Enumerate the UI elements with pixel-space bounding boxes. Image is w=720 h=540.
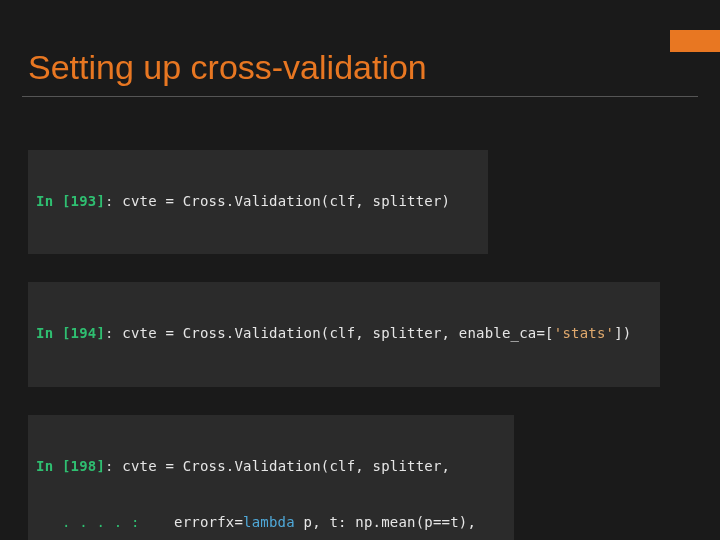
code-eq: = xyxy=(157,325,183,341)
code-block-3: In [198]: cvte = Cross.Validation(clf, s… xyxy=(28,415,514,540)
title-underline xyxy=(22,96,698,97)
code-expr: p, t: np.mean(p==t), xyxy=(295,514,476,530)
code-var: cvte xyxy=(122,193,157,209)
code-string: 'stats' xyxy=(554,325,614,341)
code-block-2: In [194]: cvte = Cross.Validation(clf, s… xyxy=(28,282,660,386)
prompt-colon: : xyxy=(105,325,122,341)
code-line: . . . . : errorfx=lambda p, t: np.mean(p… xyxy=(36,513,506,532)
accent-decor xyxy=(670,30,720,52)
code-line1-tail: Cross.Validation(clf, splitter, xyxy=(183,458,451,474)
prompt-num: [193] xyxy=(62,193,105,209)
prompt-num: [194] xyxy=(62,325,105,341)
code-call: Cross.Validation(clf, splitter) xyxy=(183,193,451,209)
code-lambda: lambda xyxy=(243,514,295,530)
code-var: cvte xyxy=(122,458,157,474)
prompt-in: In xyxy=(36,458,62,474)
code-call-a: Cross.Validation(clf, splitter, enable_c… xyxy=(183,325,554,341)
code-area: In [193]: cvte = Cross.Validation(clf, s… xyxy=(28,150,660,540)
code-var: cvte xyxy=(122,325,157,341)
prompt-continuation: . . . . : xyxy=(36,514,174,530)
prompt-num: [198] xyxy=(62,458,105,474)
code-line: In [194]: cvte = Cross.Validation(clf, s… xyxy=(36,324,652,343)
code-line: In [193]: cvte = Cross.Validation(clf, s… xyxy=(36,192,480,211)
prompt-colon: : xyxy=(105,193,122,209)
code-block-1: In [193]: cvte = Cross.Validation(clf, s… xyxy=(28,150,488,254)
code-line: In [198]: cvte = Cross.Validation(clf, s… xyxy=(36,457,506,476)
code-eq: = xyxy=(157,458,183,474)
code-call-b: ]) xyxy=(614,325,631,341)
prompt-in: In xyxy=(36,193,62,209)
slide-title: Setting up cross-validation xyxy=(28,48,427,87)
code-eq: = xyxy=(157,193,183,209)
prompt-in: In xyxy=(36,325,62,341)
code-kwarg: errorfx= xyxy=(174,514,243,530)
prompt-colon: : xyxy=(105,458,122,474)
